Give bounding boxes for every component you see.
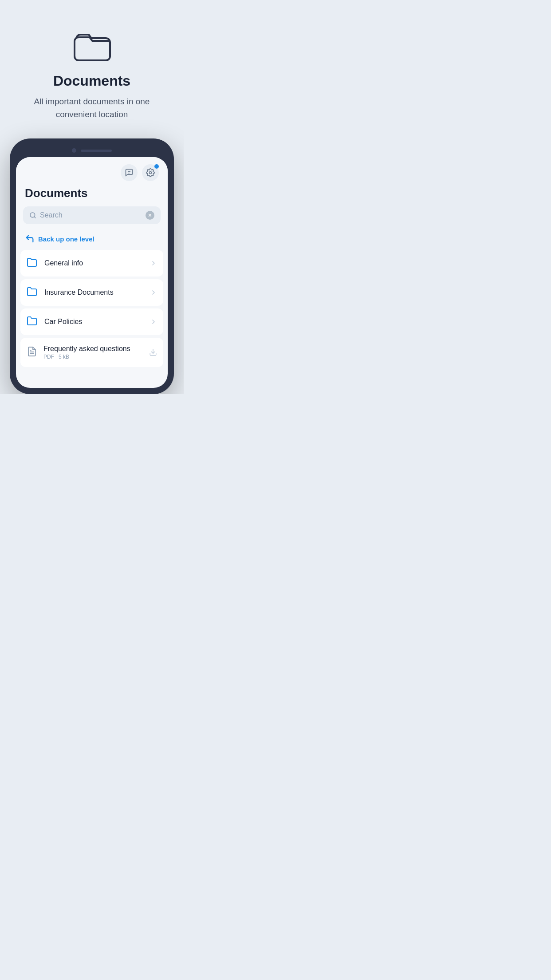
phone-speaker <box>81 150 112 152</box>
list-item-car-policies[interactable]: Car Policies <box>20 308 163 335</box>
search-clear-button[interactable] <box>146 211 154 220</box>
search-bar[interactable]: Search <box>23 206 161 224</box>
faq-name: Frequently asked questions <box>43 345 143 353</box>
hero-subtitle: All important documents in one convenien… <box>21 95 163 121</box>
search-input[interactable]: Search <box>40 211 142 219</box>
chat-icon <box>125 168 134 177</box>
download-icon[interactable] <box>149 348 157 356</box>
settings-button[interactable] <box>142 164 159 181</box>
car-policies-content: Car Policies <box>44 318 144 326</box>
documents-list: General info Insurance Documents <box>16 250 168 367</box>
list-item-insurance-documents[interactable]: Insurance Documents <box>20 279 163 306</box>
phone-mockup: Documents Search <box>10 138 174 394</box>
chevron-right-icon <box>150 260 157 267</box>
svg-line-4 <box>34 217 35 218</box>
back-up-icon <box>25 234 35 244</box>
phone-top-bar <box>16 145 168 157</box>
chevron-right-icon <box>150 318 157 325</box>
general-info-name: General info <box>44 259 144 267</box>
hero-folder-icon <box>72 27 112 64</box>
phone-screen: Documents Search <box>16 157 168 388</box>
general-info-content: General info <box>44 259 144 267</box>
clear-icon <box>148 213 152 217</box>
svg-point-2 <box>150 172 152 174</box>
folder-icon-car-policies <box>27 316 38 328</box>
notification-dot <box>154 164 159 169</box>
document-icon-faq <box>27 346 37 359</box>
chat-button[interactable] <box>121 164 138 181</box>
faq-content: Frequently asked questions PDF 5 kB <box>43 345 143 360</box>
insurance-documents-content: Insurance Documents <box>44 288 144 296</box>
search-icon <box>29 212 36 219</box>
search-container: Search <box>16 206 168 230</box>
settings-icon <box>146 168 155 177</box>
chevron-right-icon <box>150 289 157 296</box>
app-header <box>16 157 168 185</box>
hero-section: Documents All important documents in one… <box>21 27 163 121</box>
car-policies-name: Car Policies <box>44 318 144 326</box>
list-item-faq[interactable]: Frequently asked questions PDF 5 kB <box>20 338 163 367</box>
folder-icon-insurance <box>27 286 38 299</box>
insurance-documents-name: Insurance Documents <box>44 288 144 296</box>
phone-camera <box>72 148 76 153</box>
back-up-level-button[interactable]: Back up one level <box>16 230 168 250</box>
back-up-label: Back up one level <box>38 235 94 243</box>
hero-title: Documents <box>53 73 130 89</box>
faq-meta: PDF 5 kB <box>43 354 143 360</box>
folder-icon-general <box>27 257 38 269</box>
bottom-fade <box>16 367 168 380</box>
app-title: Documents <box>16 185 168 206</box>
list-item-general-info[interactable]: General info <box>20 250 163 277</box>
